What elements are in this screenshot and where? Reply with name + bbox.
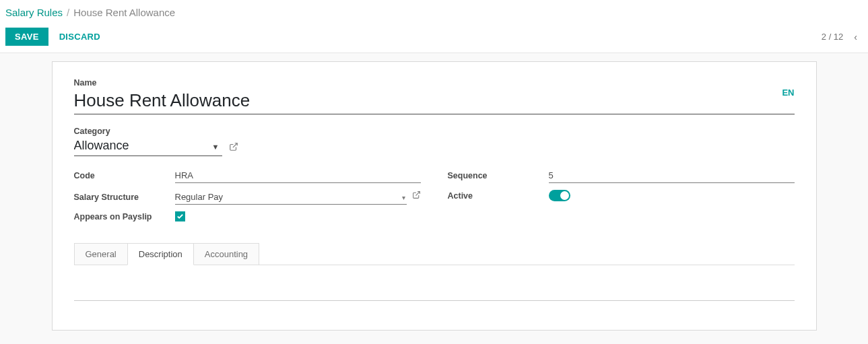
tab-general[interactable]: General <box>74 243 128 265</box>
code-label: Code <box>74 171 175 180</box>
appears-on-payslip-checkbox[interactable] <box>175 211 185 221</box>
save-button[interactable]: SAVE <box>5 28 48 46</box>
appears-on-payslip-label: Appears on Payslip <box>74 212 175 221</box>
svg-line-0 <box>232 143 236 147</box>
svg-line-1 <box>415 192 420 196</box>
breadcrumb-separator: / <box>67 7 69 18</box>
breadcrumb: Salary Rules / House Rent Allowance <box>5 7 863 18</box>
name-input[interactable] <box>74 89 795 114</box>
salary-structure-select[interactable] <box>175 190 407 205</box>
code-input[interactable] <box>175 168 421 183</box>
sequence-input[interactable] <box>549 168 795 183</box>
breadcrumb-root-link[interactable]: Salary Rules <box>5 7 63 18</box>
tabs: General Description Accounting <box>74 243 795 265</box>
external-link-icon[interactable] <box>412 191 421 204</box>
discard-button[interactable]: DISCARD <box>59 32 100 42</box>
name-label: Name <box>74 78 795 88</box>
pager-text: 2 / 12 <box>822 32 844 42</box>
description-textarea[interactable] <box>74 275 795 301</box>
active-label: Active <box>448 191 549 201</box>
language-button[interactable]: EN <box>782 88 794 98</box>
external-link-icon[interactable] <box>229 142 238 156</box>
structure-label: Salary Structure <box>74 193 175 202</box>
category-select[interactable] <box>74 137 222 156</box>
active-toggle[interactable] <box>549 190 570 201</box>
pager-prev-icon[interactable]: ‹ <box>851 30 860 44</box>
tab-description[interactable]: Description <box>127 243 194 265</box>
tab-accounting[interactable]: Accounting <box>193 243 259 265</box>
sequence-label: Sequence <box>448 171 549 180</box>
breadcrumb-current: House Rent Allowance <box>73 7 175 18</box>
category-label: Category <box>74 127 795 136</box>
form-sheet: EN Name Category ▼ Code <box>52 61 817 331</box>
chevron-down-icon: ▾ <box>402 194 405 201</box>
